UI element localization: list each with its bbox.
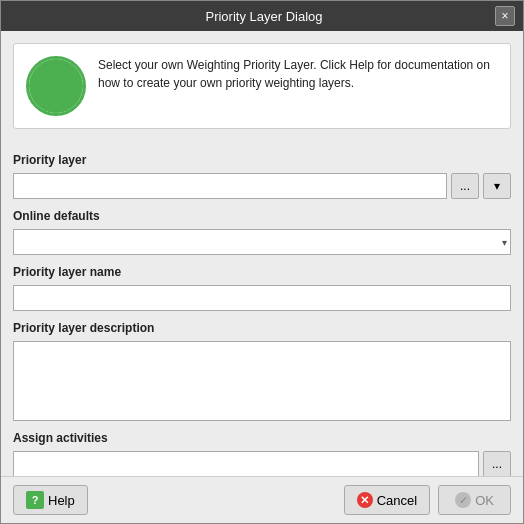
priority-layer-dropdown-button[interactable]: ▾ — [483, 173, 511, 199]
dialog-footer: ? Help ✕ Cancel ✓ OK — [1, 476, 523, 523]
ok-label: OK — [475, 493, 494, 508]
online-defaults-section: Online defaults ▾ — [13, 209, 511, 255]
ok-button[interactable]: ✓ OK — [438, 485, 511, 515]
help-button[interactable]: ? Help — [13, 485, 88, 515]
online-defaults-select[interactable] — [13, 229, 511, 255]
priority-layer-section: Priority layer ... ▾ — [13, 153, 511, 199]
online-defaults-label: Online defaults — [13, 209, 511, 223]
priority-layer-dialog: Priority Layer Dialog × PLUS Select your… — [0, 0, 524, 524]
logo-text: PLUS — [29, 59, 83, 113]
assign-activities-section: Assign activities ... — [13, 431, 511, 476]
online-defaults-wrapper: ▾ — [13, 229, 511, 255]
priority-layer-description-section: Priority layer description — [13, 321, 511, 421]
chevron-down-icon: ▾ — [494, 179, 500, 193]
priority-layer-name-section: Priority layer name — [13, 265, 511, 311]
cancel-button[interactable]: ✕ Cancel — [344, 485, 430, 515]
help-label: Help — [48, 493, 75, 508]
assign-activities-row: ... — [13, 451, 511, 476]
priority-layer-row: ... ▾ — [13, 173, 511, 199]
priority-layer-name-label: Priority layer name — [13, 265, 511, 279]
plus-logo: PLUS — [26, 56, 86, 116]
priority-layer-label: Priority layer — [13, 153, 511, 167]
priority-layer-input[interactable] — [13, 173, 447, 199]
dialog-title: Priority Layer Dialog — [33, 9, 495, 24]
priority-layer-name-input[interactable] — [13, 285, 511, 311]
cancel-icon: ✕ — [357, 492, 373, 508]
ok-icon: ✓ — [455, 492, 471, 508]
assign-activities-label: Assign activities — [13, 431, 511, 445]
info-box: PLUS Select your own Weighting Priority … — [13, 43, 511, 129]
title-bar: Priority Layer Dialog × — [1, 1, 523, 31]
info-text: Select your own Weighting Priority Layer… — [98, 56, 498, 92]
footer-right-buttons: ✕ Cancel ✓ OK — [344, 485, 511, 515]
priority-layer-browse-button[interactable]: ... — [451, 173, 479, 199]
assign-activities-input[interactable] — [13, 451, 479, 476]
close-button[interactable]: × — [495, 6, 515, 26]
dialog-content: PLUS Select your own Weighting Priority … — [1, 31, 523, 476]
help-icon: ? — [26, 491, 44, 509]
cancel-label: Cancel — [377, 493, 417, 508]
priority-layer-description-textarea[interactable] — [13, 341, 511, 421]
priority-layer-description-label: Priority layer description — [13, 321, 511, 335]
assign-activities-browse-button[interactable]: ... — [483, 451, 511, 476]
